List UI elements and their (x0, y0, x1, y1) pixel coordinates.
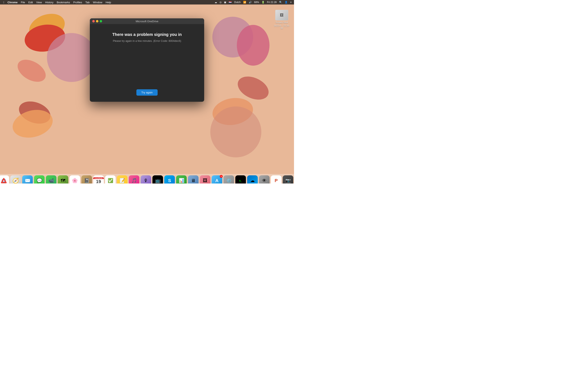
menu-window[interactable]: Window (91, 0, 104, 4)
menu-profiles[interactable]: Profiles (72, 0, 84, 4)
deco-shape-8 (237, 25, 269, 66)
minimize-button[interactable] (96, 20, 98, 22)
deco-shape-4 (16, 98, 54, 128)
deco-shape-7 (212, 17, 253, 58)
dock-preview[interactable]: 👁 (259, 175, 270, 184)
close-button[interactable] (92, 20, 95, 22)
dock-podcasts[interactable]: 🎙 (141, 175, 151, 184)
menu-bar-right: ☁ ◎ ▣ 🇳🇱 Dutch 📶 🔊 68% 🔋 Fri 22.28 🔍 👤 ≡ (214, 1, 292, 4)
dock-photos[interactable]: 🌸 (70, 175, 80, 184)
menu-file[interactable]: File (19, 0, 27, 4)
desktop-file-thumbnail: 🖼 (275, 10, 288, 20)
dialog-footer: Try again (90, 89, 204, 102)
deco-shape-9 (210, 95, 255, 128)
dock-messages[interactable]: 💬 (34, 175, 45, 184)
menu-edit[interactable]: Edit (27, 0, 35, 4)
desktop-file-date: 2022-0... 22.20.00 (274, 25, 290, 29)
menu-tab[interactable]: Tab (84, 0, 91, 4)
deco-shape-10 (210, 106, 261, 157)
dock-facetime[interactable]: 📹 (46, 175, 57, 184)
dock-tv[interactable]: 📺 (153, 175, 163, 184)
menu-bookmarks[interactable]: Bookmarks (55, 0, 72, 4)
dock-keynote[interactable]: 🖥 (188, 175, 199, 184)
dock-chrome[interactable] (0, 175, 9, 184)
menu-chrome[interactable]: Chrome (6, 0, 19, 4)
apple-menu[interactable]:  (2, 0, 6, 4)
dialog-title: Microsoft OneDrive (136, 20, 158, 23)
dock-numbers[interactable]: 📊 (176, 175, 187, 184)
activity-menu: ◎ (219, 1, 222, 4)
dock-safari[interactable]: 🧭 (10, 175, 21, 184)
desktop-file-screenshot[interactable]: 🖼 Screen Shot 2022-0... 22.20.00 (274, 10, 290, 29)
deco-shape-2 (22, 22, 67, 55)
dialog-titlebar: Microsoft OneDrive (90, 18, 204, 24)
dock-calendar[interactable]: CALENDAR 19 (93, 175, 104, 184)
dock-powerpoint[interactable]: P (271, 175, 282, 184)
dock-mail[interactable]: ✉️ (22, 175, 33, 184)
deco-shape-3 (47, 33, 96, 82)
dock-maps[interactable]: 🗺 (58, 175, 68, 184)
window-buttons (92, 20, 102, 22)
dock-notebook[interactable]: 📓 (81, 175, 92, 184)
menu-view[interactable]: View (35, 0, 43, 4)
cloud-icon-menu: ☁ (214, 1, 218, 4)
dock-onedrive[interactable]: ☁ (247, 175, 258, 184)
battery-icon: 🔋 (261, 1, 265, 4)
dock-notes[interactable]: 📝 (117, 175, 128, 184)
menu-bar:  Chrome File Edit View History Bookmark… (0, 0, 294, 4)
dock-preferences[interactable]: ⚙️ (224, 175, 234, 184)
profile-icon[interactable]: 👤 (284, 1, 288, 4)
dock-reminders[interactable]: ✅ (105, 175, 116, 184)
language-label: Dutch (233, 1, 241, 4)
language-flag: 🇳🇱 (228, 1, 233, 4)
apple-icon:  (3, 1, 4, 4)
screen-menu: ▣ (223, 1, 227, 4)
dock-appstore[interactable]: A 5 (212, 175, 222, 184)
onedrive-dialog: Microsoft OneDrive There was a problem s… (90, 18, 204, 102)
datetime-label: Fri 22.28 (266, 1, 277, 4)
dock-skype[interactable]: S (164, 175, 175, 184)
search-icon[interactable]: 🔍 (278, 1, 283, 4)
desktop: 🖼 Screen Shot 2022-0... 22.20.00 Microso… (0, 4, 294, 184)
maximize-button[interactable] (100, 20, 102, 22)
dock-screenshot[interactable]: 📷 (283, 175, 293, 184)
menu-help[interactable]: Help (104, 0, 113, 4)
menu-history[interactable]: History (43, 0, 55, 4)
wifi-icon: 📶 (242, 1, 247, 4)
error-subtitle: Please try again in a few minutes. (Erro… (113, 39, 181, 42)
desktop-file-name: Screen Shot (276, 21, 288, 24)
try-again-button[interactable]: Try again (136, 89, 158, 96)
deco-shape-11 (234, 72, 272, 104)
volume-icon: 🔊 (248, 1, 252, 4)
appstore-badge: 5 (220, 175, 223, 178)
menu-bar-left:  Chrome File Edit View History Bookmark… (2, 0, 113, 4)
dock-music[interactable]: 🎵 (129, 175, 139, 184)
control-center-icon[interactable]: ≡ (289, 1, 292, 4)
battery-label: 68% (253, 1, 260, 4)
dock-photos2[interactable]: 🖼 (200, 175, 210, 184)
deco-shape-6 (14, 55, 50, 86)
deco-shape-5 (9, 106, 56, 142)
dock: 🗂 🚀 🧭 ✉️ 💬 📹 🗺 🌸 📓 (0, 174, 294, 184)
deco-shape-1 (26, 9, 68, 45)
error-title: There was a problem signing you in (112, 32, 182, 37)
dialog-body: There was a problem signing you in Pleas… (90, 24, 204, 89)
dock-terminal[interactable]: $_ (235, 175, 246, 184)
